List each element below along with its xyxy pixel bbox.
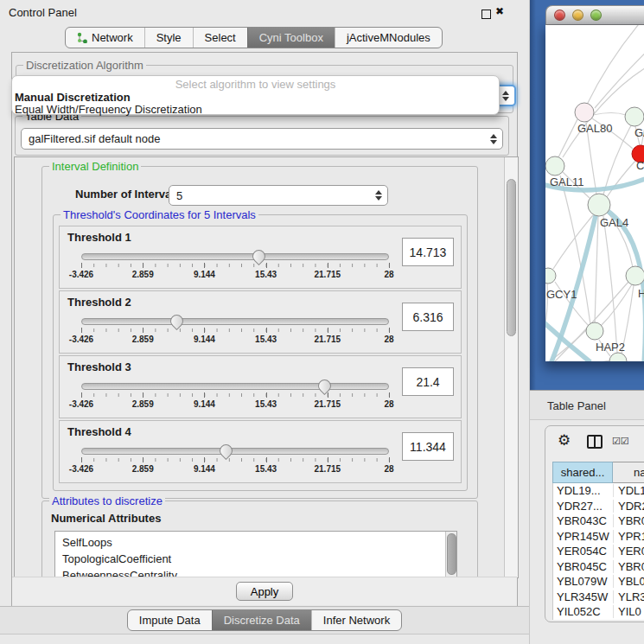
cell-shared-name[interactable]: YBL079W <box>553 575 614 588</box>
network-node[interactable] <box>545 156 564 175</box>
stepper-icon[interactable] <box>490 134 497 144</box>
slider-track[interactable] <box>81 318 389 325</box>
network-node[interactable] <box>625 107 644 126</box>
cell-shared-name[interactable]: YIL052C <box>553 605 614 618</box>
tick-label: 15.43 <box>255 464 277 474</box>
num-intervals-combobox[interactable]: 5 <box>169 185 388 206</box>
major-tick <box>266 392 267 398</box>
table-row[interactable]: YPR145WYPR1 <box>553 529 644 545</box>
list-scrollbar[interactable] <box>445 532 456 578</box>
mac-zoom-button[interactable] <box>590 10 602 21</box>
cell-name[interactable]: YER0 <box>614 545 644 558</box>
attribute-item[interactable]: SelfLoops <box>55 534 456 551</box>
mac-close-button[interactable] <box>554 10 565 21</box>
tab-impute-data[interactable]: Impute Data <box>128 610 212 630</box>
cell-name[interactable]: YBR0 <box>614 560 644 573</box>
slider-thumb[interactable] <box>316 377 334 395</box>
slider-ticks <box>81 458 389 462</box>
tab-style[interactable]: Style <box>144 28 193 48</box>
threshold-value[interactable]: 21.4 <box>402 367 454 396</box>
network-edge[interactable] <box>601 284 632 326</box>
threshold-value[interactable]: 6.316 <box>402 303 454 331</box>
major-tick <box>389 392 390 398</box>
scrollbar-thumb[interactable] <box>447 533 456 575</box>
bottom-tab-bar: Impute DataDiscretize DataInfer Network <box>127 609 402 631</box>
threshold-slider[interactable]: -3.4262.8599.14415.4321.71528 <box>81 253 389 284</box>
attribute-item[interactable]: TopologicalCoefficient <box>55 551 456 567</box>
threshold-panel: Threshold 2 -3.4262.8599.14415.4321.7152… <box>59 290 462 354</box>
gear-icon[interactable]: ⚙ <box>558 431 571 450</box>
tab-jactivemnodules[interactable]: jActiveMNodules <box>335 28 442 48</box>
threshold-slider[interactable]: -3.4262.8599.14415.4321.71528 <box>81 448 389 479</box>
cell-name[interactable]: YDR2 <box>614 500 644 513</box>
network-edge[interactable] <box>593 113 626 116</box>
slider-thumb[interactable] <box>168 312 186 330</box>
cell-name[interactable]: YIL0 <box>614 605 641 618</box>
network-edge[interactable] <box>595 216 598 323</box>
table-row[interactable]: YIL052CYIL0 <box>553 604 644 620</box>
tab-select[interactable]: Select <box>193 28 247 48</box>
table-row[interactable]: YER054CYER0 <box>553 544 644 559</box>
cell-name[interactable]: YLR3 <box>614 590 644 603</box>
pane-scrollbar[interactable] <box>504 157 518 577</box>
stepper-icon[interactable] <box>375 190 382 201</box>
slider-track[interactable] <box>81 383 389 390</box>
table-row[interactable]: YBR043CYBR0 <box>553 513 644 529</box>
table-panel: ⚙ ☑☑ shared... na YDL19...YDL1YDR27...YD… <box>545 425 644 622</box>
network-node[interactable] <box>588 194 610 216</box>
tab-network[interactable]: Network <box>66 28 144 48</box>
cell-shared-name[interactable]: YLR345W <box>553 590 614 603</box>
table-row[interactable]: YBR045CYBR0 <box>553 559 644 575</box>
table-row[interactable]: YDR27...YDR2 <box>553 499 644 514</box>
apply-button[interactable]: Apply <box>236 582 293 601</box>
cell-name[interactable]: YDL1 <box>614 484 644 497</box>
major-tick <box>389 457 390 462</box>
table-row[interactable]: YLR345WYLR3 <box>553 590 644 605</box>
mac-minimize-button[interactable] <box>572 10 583 21</box>
network-node[interactable] <box>545 268 556 284</box>
major-tick <box>389 263 390 268</box>
cell-shared-name[interactable]: YER054C <box>553 545 614 558</box>
slider-track[interactable] <box>81 448 389 455</box>
network-edge[interactable] <box>603 216 617 353</box>
network-edge[interactable] <box>607 161 635 197</box>
threshold-slider[interactable]: -3.4262.8599.14415.4321.71528 <box>81 318 389 349</box>
network-node[interactable] <box>586 322 603 340</box>
tab-discretize-data[interactable]: Discretize Data <box>212 610 311 630</box>
cell-shared-name[interactable]: YDR27... <box>553 500 614 513</box>
table-data-combobox[interactable]: galFiltered.sif default node <box>21 128 503 150</box>
network-node[interactable] <box>609 353 627 361</box>
cell-name[interactable]: YPR1 <box>614 530 644 543</box>
stepper-icon[interactable] <box>502 91 509 101</box>
cell-name[interactable]: YBL0 <box>614 575 644 588</box>
threshold-value[interactable]: 11.344 <box>402 432 454 461</box>
tab-cyni-toolbox[interactable]: Cyni Toolbox <box>247 28 335 48</box>
network-graph[interactable]: GAL80GACGAL11GAL4GCY1HHAP2 <box>545 25 644 361</box>
select-columns-icon[interactable]: ☑☑ <box>612 436 629 447</box>
scrollbar-thumb[interactable] <box>507 179 516 336</box>
network-node[interactable] <box>626 266 644 285</box>
cell-shared-name[interactable]: YBR045C <box>553 560 614 573</box>
slider-track[interactable] <box>81 253 389 260</box>
dropdown-option[interactable]: Equal Width/Frequency Discretization <box>12 104 499 116</box>
cell-shared-name[interactable]: YDL19... <box>553 484 614 497</box>
table-row[interactable]: YBL079WYBL0 <box>553 574 644 590</box>
network-node[interactable] <box>575 103 594 122</box>
network-canvas[interactable]: GAL80GACGAL11GAL4GCY1HHAP2 <box>545 25 644 361</box>
attributes-list[interactable]: SelfLoopsTopologicalCoefficientBetweenne… <box>54 531 457 578</box>
settings-panel: Discretization Algorithm Table Data galF… <box>11 52 518 607</box>
table-row[interactable]: YDL19...YDL1 <box>553 483 644 499</box>
threshold-value[interactable]: 14.713 <box>402 238 454 266</box>
dropdown-option[interactable]: Manual Discretization <box>12 92 499 104</box>
float-window-icon[interactable] <box>481 10 491 19</box>
cell-shared-name[interactable]: YBR043C <box>553 514 614 527</box>
slider-thumb[interactable] <box>217 442 235 460</box>
cell-shared-name[interactable]: YPR145W <box>553 530 614 543</box>
tab-infer-network[interactable]: Infer Network <box>311 610 401 630</box>
column-layout-icon[interactable] <box>587 435 603 449</box>
cell-name[interactable]: YBR0 <box>614 514 644 527</box>
column-header[interactable]: na <box>613 462 644 483</box>
threshold-slider[interactable]: -3.4262.8599.14415.4321.71528 <box>81 383 389 414</box>
close-icon[interactable]: ✖ <box>495 5 504 17</box>
column-header[interactable]: shared... <box>552 462 613 483</box>
